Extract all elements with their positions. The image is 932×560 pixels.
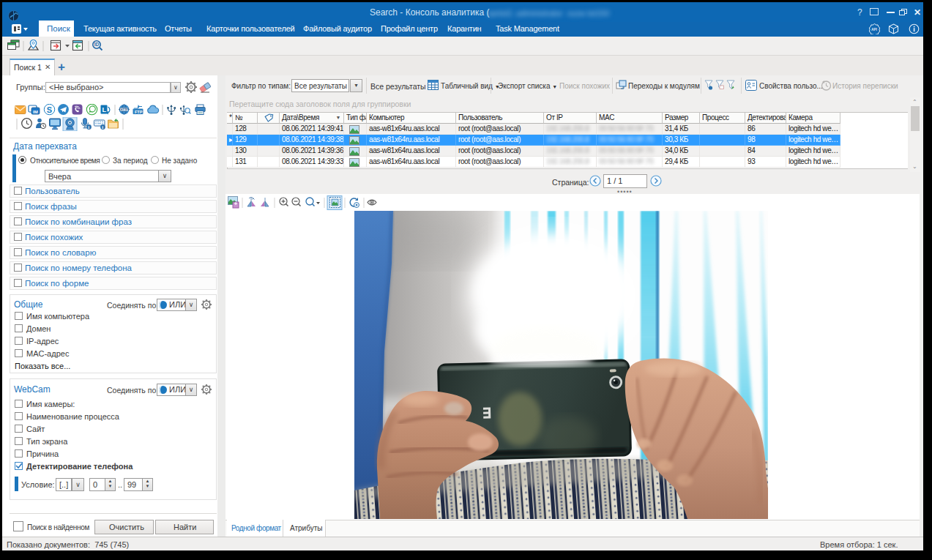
svg-text:i: i [102, 124, 103, 130]
svg-text:IM: IM [33, 110, 38, 114]
svg-text:API: API [871, 28, 877, 31]
svg-text:i: i [88, 124, 89, 130]
svg-text:ID: ID [94, 42, 100, 47]
svg-text:S: S [47, 105, 52, 114]
svg-text:HTTP: HTTP [121, 108, 129, 111]
svg-text:FTP: FTP [135, 110, 143, 114]
